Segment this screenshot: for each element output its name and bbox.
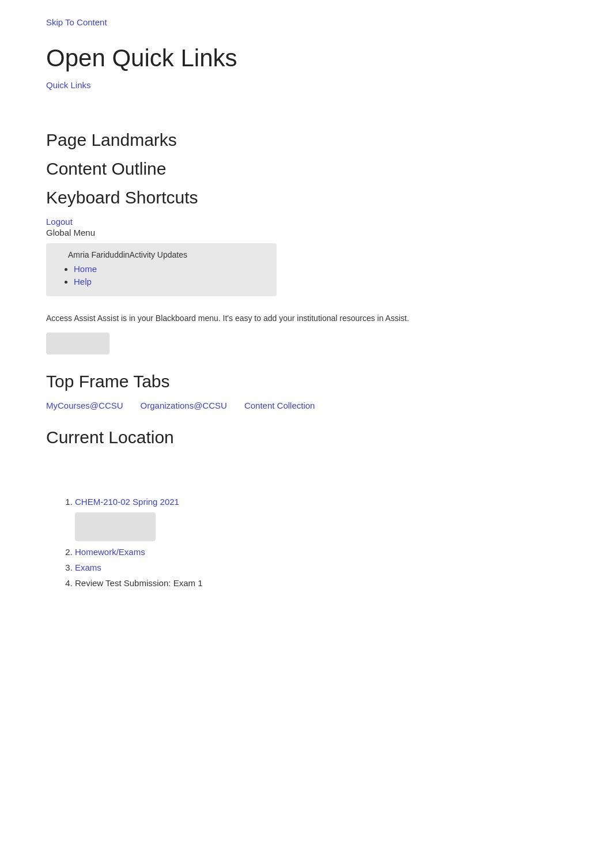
organizations-link[interactable]: Organizations@CCSU — [141, 401, 227, 410]
skip-to-content-link[interactable]: Skip To Content — [46, 17, 566, 27]
breadcrumb-exams-link[interactable]: Exams — [75, 563, 101, 572]
content-outline-heading: Content Outline — [46, 159, 566, 179]
menu-list: Home Help — [56, 264, 266, 287]
current-location-heading: Current Location — [46, 428, 566, 447]
breadcrumb-homework-link[interactable]: Homework/Exams — [75, 547, 145, 557]
current-location-section: Current Location CHEM-210-02 Spring 2021… — [46, 428, 566, 588]
breadcrumb-chem-link[interactable]: CHEM-210-02 Spring 2021 — [75, 497, 179, 507]
list-item: Home — [74, 264, 266, 274]
list-item: Homework/Exams — [75, 547, 566, 557]
breadcrumb-review-text: Review Test Submission: Exam 1 — [75, 578, 202, 588]
mycourses-link[interactable]: MyCourses@CCSU — [46, 401, 123, 410]
list-item: Exams — [75, 563, 566, 572]
menu-box: Amria FariduddinActivity Updates Home He… — [46, 243, 277, 296]
breadcrumb-image-placeholder — [75, 512, 156, 541]
keyboard-shortcuts-heading: Keyboard Shortcuts — [46, 188, 566, 207]
menu-user-text: Amria FariduddinActivity Updates — [56, 250, 266, 259]
list-item: Help — [74, 277, 266, 287]
quick-links-link[interactable]: Quick Links — [46, 80, 91, 90]
assist-box — [46, 333, 109, 354]
top-frame-links: MyCourses@CCSU Organizations@CCSU Conten… — [46, 401, 566, 410]
top-frame-tabs-section: Top Frame Tabs MyCourses@CCSU Organizati… — [46, 372, 566, 410]
page-landmarks-heading: Page Landmarks — [46, 130, 566, 150]
list-item: CHEM-210-02 Spring 2021 — [75, 497, 566, 541]
breadcrumb-spacer — [46, 456, 566, 491]
assist-text: Access Assist Assist is in your Blackboa… — [46, 312, 566, 324]
top-frame-tabs-heading: Top Frame Tabs — [46, 372, 566, 391]
logout-link[interactable]: Logout — [46, 217, 566, 227]
breadcrumb-list: CHEM-210-02 Spring 2021 Homework/Exams E… — [46, 497, 566, 588]
global-menu-label: Global Menu — [46, 228, 566, 237]
help-link[interactable]: Help — [74, 277, 92, 286]
page-title: Open Quick Links — [46, 44, 566, 72]
list-item: Review Test Submission: Exam 1 — [75, 578, 566, 588]
content-collection-link[interactable]: Content Collection — [244, 401, 315, 410]
home-link[interactable]: Home — [74, 264, 97, 274]
